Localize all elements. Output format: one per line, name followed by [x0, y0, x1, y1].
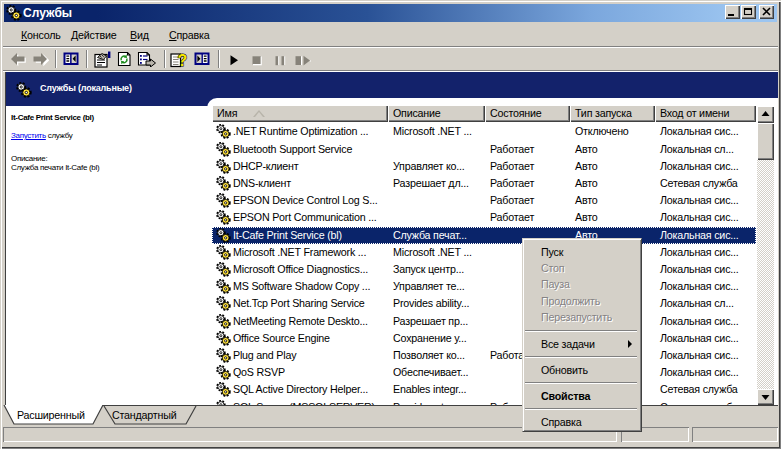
svg-text:?: ? [178, 52, 188, 69]
svg-text:Расширенный: Расширенный [17, 409, 85, 421]
svg-text:Стандартный: Стандартный [112, 409, 177, 421]
